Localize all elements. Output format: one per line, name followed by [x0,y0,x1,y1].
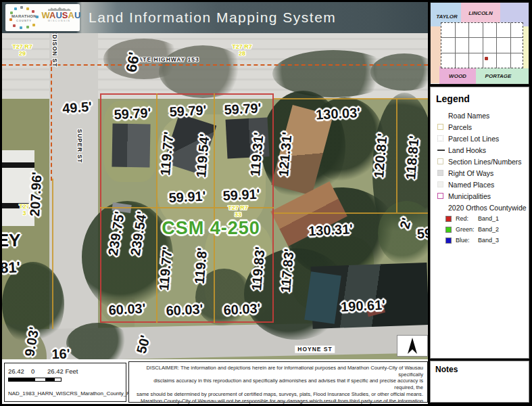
dimension-label: 50' [135,334,153,355]
legend-band-row: Green:Band_2 [436,224,525,235]
dimension-label: 119.77' [158,131,176,176]
legend-item-label: Municipalities [448,192,491,200]
legend-item-label: Land Hooks [448,146,486,154]
legend-band-row: Red:Band_1 [436,213,525,224]
legend-swatch-lot-lines-icon [437,135,443,141]
band-color-swatch-icon [445,227,452,233]
page-title: Land Information Mapping System [89,9,336,26]
street-label: HOYNE ST [295,346,335,353]
township-label: T27 R7 33 [228,204,248,219]
dimension-label: 81' [2,260,20,276]
legend-swatch-row-icon [437,170,443,176]
dimension-label: 130.03' [316,106,361,122]
dimension-label: 190.61' [341,298,386,314]
locator-county-label: WOOD [449,73,466,79]
notes-title: Notes [435,365,524,374]
band-color-label: Red: [456,215,478,222]
dimension-label: 207.96' [28,172,44,217]
legend-swatch-municipalities-icon [437,193,443,199]
locator-county-label: PORTAGE [485,73,512,79]
disclaimer-box: DISCLAIMER: The information and depictio… [128,361,428,403]
legend-swatch-named-icon [437,181,443,187]
band-color-swatch-icon [445,216,452,222]
disclaimer-text: DISCLAIMER: The information and depictio… [136,365,423,378]
dimension-label: 119.31' [248,132,266,177]
locator-township-grid [441,22,523,68]
dimension-label: 119.54' [194,133,212,178]
band-name-label: Band_1 [478,215,499,222]
street-label: SUPER ST [77,129,83,164]
dimension-label: 130.31' [308,222,354,238]
legend-title: Legend [436,93,525,104]
dimension-label: 9.03' [22,326,41,358]
wausau-logo-text: WAUSAU [42,11,77,20]
legend-item-label: Section Lines/Numbers [448,158,522,166]
bottom-strip: 26.42026.42 Feet NAD_1983_HARN_WISCRS_Ma… [2,359,428,404]
disclaimer-text: Marathon County-City of Wausau will not … [136,398,423,406]
dimension-label: 2' [397,217,414,231]
dimension-label: 66' [124,51,142,73]
dimension-label: 60.03' [108,301,146,317]
legend-item: Road Names [436,110,525,121]
csm-label: CSM 4-250 [162,219,260,238]
dimension-label: 59.91' [168,189,206,204]
legend-swatch-none-icon [437,204,443,210]
legend-item-label: Right Of Ways [448,169,493,177]
dimension-label: 59.91' [222,187,260,202]
dimension-label: 121.31' [276,131,294,177]
page: MARATHON COUNTY WAUSAU WISCONSIN Land In… [0,0,532,406]
legend-item: Municipalities [436,190,525,202]
scale-unit: Feet [65,367,78,375]
street-label: EDISON ST [52,33,58,67]
dimension-label: 49.5' [62,99,92,115]
dimension-label: 119.83' [249,246,267,291]
projection-label: NAD_1983_HARN_WISCRS_Marathon_County_Fee… [8,390,137,397]
county-locator-map[interactable]: TAYLOR LINCOLN WOOD PORTAGE [430,2,529,85]
band-name-label: Band_2 [478,226,499,233]
legend-item-label: Parcel Lot Lines [448,135,499,143]
north-arrow-icon [406,338,419,354]
notes-panel[interactable]: Notes [430,361,529,403]
legend-swatch-land-hooks-icon [437,150,445,151]
dimension-label: 60.03' [166,302,203,317]
band-name-label: Band_3 [478,237,499,244]
legend-item: Named Places [436,179,525,190]
legend-item-label: Parcels [448,123,472,131]
band-color-swatch-icon [445,238,452,244]
dimension-label: 60.03' [223,301,261,317]
disclaimer-text: disclaims accuracy in this reproduction … [136,378,423,390]
legend-swatch-section-icon [437,158,443,164]
legend-item: Right Of Ways [436,167,525,179]
marathon-county-logo: MARATHON COUNTY [9,6,40,29]
road-name-label: EY [2,231,20,250]
township-label: T27 R7 29 [12,43,32,58]
legend-item: Land Hooks [436,144,525,156]
wausau-logo: WAUSAU WISCONSIN [42,6,77,29]
dimension-label: 59.79' [169,103,207,118]
header-bar: MARATHON COUNTY WAUSAU WISCONSIN Land In… [2,2,428,33]
logo-box: MARATHON COUNTY WAUSAU WISCONSIN [5,4,80,31]
north-arrow-box [397,335,428,357]
map-label-layer: T27 R7 29T27 R7 28T27 R7 33T27 3EDISON S… [2,33,428,359]
locator-county-label: LINCOLN [468,10,493,16]
township-label: T27 R7 28 [232,43,252,58]
dimension-label: 59 [416,226,428,241]
legend-items: Road NamesParcelsParcel Lot LinesLand Ho… [436,110,525,213]
dimension-label: 119.77' [157,246,174,291]
legend-item-label: 2020 Orthos Countywide [448,204,527,212]
marathon-logo-text: MARATHON [9,14,40,18]
scale-bar [8,378,62,382]
wausau-skyline-icon [48,7,71,11]
legend-item: 2020 Orthos Countywide [436,202,525,213]
dimension-label: 16' [51,346,70,359]
legend-panel: Legend Road NamesParcelsParcel Lot Lines… [430,87,529,359]
legend-item: Parcels [436,121,525,133]
marathon-logo-subtext: COUNTY [9,19,40,22]
dimension-label: 117.83' [279,248,296,293]
legend-swatch-parcels-icon [437,124,443,130]
map-viewport[interactable]: T27 R7 29T27 R7 28T27 R7 33T27 3EDISON S… [2,33,428,359]
street-label: TATE HIGHWAY 153 [135,57,199,63]
legend-band-row: Blue:Band_3 [436,235,525,246]
legend-swatch-none-icon [437,112,443,118]
dimension-label: 120.81' [372,133,389,178]
